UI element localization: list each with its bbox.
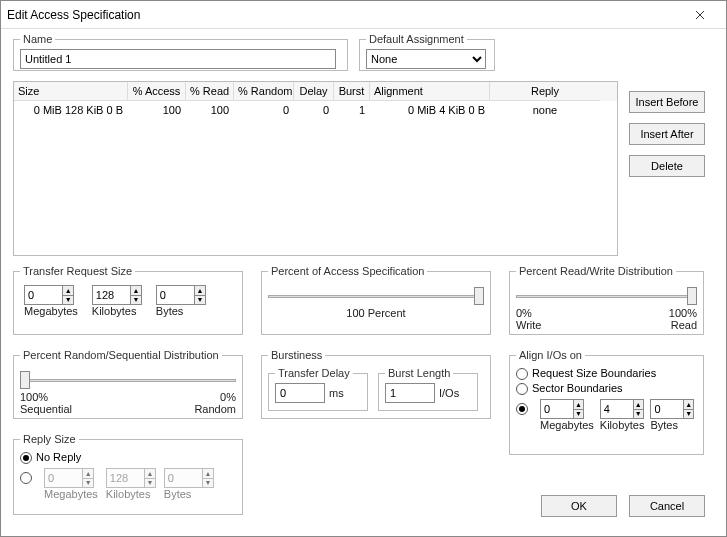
reply-kb-spinner: ▲▼ bbox=[106, 468, 156, 488]
random-seq-slider[interactable] bbox=[20, 369, 236, 391]
reply-size-legend: Reply Size bbox=[20, 433, 79, 445]
transfer-mb-spinner[interactable]: ▲▼ bbox=[24, 285, 74, 305]
percent-access-group: Percent of Access Specification 100 Perc… bbox=[261, 265, 491, 335]
window-title: Edit Access Specification bbox=[7, 8, 680, 22]
align-io-group: Align I/Os on Request Size Boundaries Se… bbox=[509, 349, 704, 455]
burst-length-input[interactable] bbox=[385, 383, 435, 403]
align-opt-sector[interactable]: Sector Boundaries bbox=[516, 382, 697, 395]
align-mb-spinner[interactable]: ▲▼ bbox=[540, 399, 584, 419]
up-arrow-icon: ▲ bbox=[63, 286, 73, 296]
burst-length-group: Burst Length I/Os bbox=[378, 367, 478, 411]
default-assignment-legend: Default Assignment bbox=[366, 33, 467, 45]
col-access: % Access bbox=[128, 82, 186, 101]
align-b-spinner[interactable]: ▲▼ bbox=[650, 399, 694, 419]
spec-table-body: 0 MiB 128 KiB 0 B 100 100 0 0 1 0 MiB 4 … bbox=[14, 101, 617, 255]
name-legend: Name bbox=[20, 33, 55, 45]
reply-size-group: Reply Size No Reply ▲▼Megabytes ▲▼Kiloby… bbox=[13, 433, 243, 515]
burstiness-legend: Burstiness bbox=[268, 349, 325, 361]
burstiness-group: Burstiness Transfer Delay ms Burst Lengt… bbox=[261, 349, 491, 419]
rand-seq-legend: Percent Random/Sequential Distribution bbox=[20, 349, 222, 361]
col-burst: Burst bbox=[334, 82, 370, 101]
ok-button[interactable]: OK bbox=[541, 495, 617, 517]
align-opt-request[interactable]: Request Size Boundaries bbox=[516, 367, 697, 380]
default-assignment-group: Default Assignment None bbox=[359, 33, 495, 71]
reply-opt-none[interactable]: No Reply bbox=[20, 451, 236, 464]
default-assignment-select[interactable]: None bbox=[366, 49, 486, 69]
transfer-size-legend: Transfer Request Size bbox=[20, 265, 135, 277]
percent-access-legend: Percent of Access Specification bbox=[268, 265, 427, 277]
delete-button[interactable]: Delete bbox=[629, 155, 705, 177]
read-write-slider[interactable] bbox=[516, 285, 697, 307]
col-size: Size bbox=[14, 82, 128, 101]
transfer-request-size-group: Transfer Request Size ▲▼ Megabytes ▲▼ Ki… bbox=[13, 265, 243, 335]
down-arrow-icon: ▼ bbox=[63, 296, 73, 305]
titlebar: Edit Access Specification bbox=[1, 1, 726, 29]
b-label: Bytes bbox=[156, 305, 206, 317]
spec-table-header: Size % Access % Read % Random Delay Burs… bbox=[14, 82, 617, 101]
insert-after-button[interactable]: Insert After bbox=[629, 123, 705, 145]
radio-icon bbox=[516, 368, 528, 380]
percent-access-slider[interactable] bbox=[268, 285, 484, 307]
cancel-button[interactable]: Cancel bbox=[629, 495, 705, 517]
rw-dist-legend: Percent Read/Write Distribution bbox=[516, 265, 676, 277]
percent-access-value: 100 Percent bbox=[268, 307, 484, 319]
transfer-delay-input[interactable] bbox=[275, 383, 325, 403]
reply-b-spinner: ▲▼ bbox=[164, 468, 214, 488]
reply-mb-spinner: ▲▼ bbox=[44, 468, 94, 488]
col-read: % Read bbox=[186, 82, 234, 101]
name-input[interactable] bbox=[20, 49, 336, 69]
col-reply: Reply bbox=[490, 82, 600, 101]
col-align: Alignment bbox=[370, 82, 490, 101]
align-opt-custom[interactable] bbox=[516, 403, 528, 415]
radio-icon bbox=[516, 383, 528, 395]
close-button[interactable] bbox=[680, 4, 720, 26]
transfer-kb-spinner[interactable]: ▲▼ bbox=[92, 285, 142, 305]
close-icon bbox=[695, 10, 705, 20]
col-random: % Random bbox=[234, 82, 294, 101]
edit-access-spec-dialog: Edit Access Specification Name Default A… bbox=[0, 0, 727, 537]
transfer-delay-group: Transfer Delay ms bbox=[268, 367, 368, 411]
align-legend: Align I/Os on bbox=[516, 349, 585, 361]
table-row[interactable]: 0 MiB 128 KiB 0 B 100 100 0 0 1 0 MiB 4 … bbox=[14, 101, 617, 119]
read-write-dist-group: Percent Read/Write Distribution 0%Write … bbox=[509, 265, 704, 335]
insert-before-button[interactable]: Insert Before bbox=[629, 91, 705, 113]
spec-table[interactable]: Size % Access % Read % Random Delay Burs… bbox=[13, 81, 618, 256]
name-group: Name bbox=[13, 33, 348, 71]
kb-label: Kilobytes bbox=[92, 305, 142, 317]
transfer-b-spinner[interactable]: ▲▼ bbox=[156, 285, 206, 305]
radio-icon bbox=[20, 452, 32, 464]
random-seq-dist-group: Percent Random/Sequential Distribution 1… bbox=[13, 349, 243, 419]
align-kb-spinner[interactable]: ▲▼ bbox=[600, 399, 644, 419]
col-delay: Delay bbox=[294, 82, 334, 101]
reply-opt-custom[interactable] bbox=[20, 472, 32, 484]
mb-label: Megabytes bbox=[24, 305, 78, 317]
